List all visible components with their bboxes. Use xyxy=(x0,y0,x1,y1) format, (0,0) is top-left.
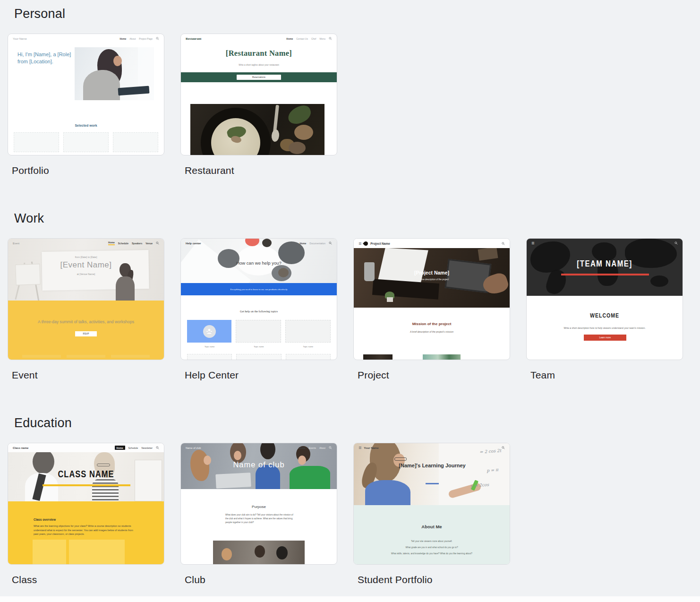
section-title-personal: Personal xyxy=(14,7,700,21)
portfolio-site-name: Your Name xyxy=(13,37,27,40)
event-yellow-section: A three-day summit of talks, activities,… xyxy=(8,301,164,360)
project-photo-strip xyxy=(363,354,393,360)
help-center-nav-home: Home xyxy=(299,242,306,245)
template-card-event[interactable]: Event Home Schedule Speakers Venue from … xyxy=(8,238,164,360)
event-mini-topbar: Event Home Schedule Speakers Venue xyxy=(8,239,164,248)
restaurant-mini-nav: Home Contact Us Chef Menu xyxy=(286,37,332,40)
team-mini-nav xyxy=(674,241,678,245)
club-nav-home: Home xyxy=(299,447,306,449)
restaurant-hero: [Restaurant Name] Write a short tagline … xyxy=(181,43,337,66)
class-mini-topbar: Class name Home Schedule Newsletter xyxy=(8,443,164,452)
team-description: Write a short description here to help v… xyxy=(536,327,673,329)
restaurant-nav-menu: Menu xyxy=(319,37,325,40)
tile-club: Name of club Home Events About Name of c… xyxy=(180,443,337,585)
restaurant-site-name: Restaurant xyxy=(186,37,201,41)
club-mini-nav: Home Events About xyxy=(299,446,332,449)
template-card-team[interactable]: ☰ [TEAM NAME] WELCOME Write a short desc… xyxy=(526,238,683,360)
section-title-education: Education xyxy=(14,416,700,430)
club-headline: Name of club xyxy=(181,460,337,469)
project-hero-text: [Project Name] A one-line description of… xyxy=(354,270,510,281)
row-personal: Your Name Home About Project Page Hi, I'… xyxy=(0,34,700,176)
event-nav-home: Home xyxy=(108,241,115,245)
portfolio-thumbnail: Your Name Home About Project Page Hi, I'… xyxy=(8,34,164,155)
event-nav-venue: Venue xyxy=(145,242,153,245)
student-portfolio-thumbnail: = 2 cos 2t p = π y = 2cos ☰ xyxy=(354,443,510,564)
class-headline: CLASS NAME xyxy=(8,470,164,479)
row-work: Event Home Schedule Speakers Venue from … xyxy=(0,238,700,381)
search-icon xyxy=(502,446,505,449)
page-bottom-strip xyxy=(0,596,700,602)
team-headline: [TEAM NAME] xyxy=(527,259,683,267)
class-nav-schedule: Schedule xyxy=(128,447,138,449)
event-placeholder-boxes xyxy=(22,355,150,358)
template-card-restaurant[interactable]: Restaurant Home Contact Us Chef Menu [Re… xyxy=(180,34,337,155)
search-icon xyxy=(329,241,332,245)
template-card-student-portfolio[interactable]: = 2 cos 2t p = π y = 2cos ☰ xyxy=(353,443,510,565)
student-portfolio-mini-nav xyxy=(502,446,505,449)
class-overview-heading: Class overview xyxy=(34,518,56,521)
portfolio-selected-work-heading: Selected work xyxy=(8,124,164,127)
restaurant-green-band: Reservations xyxy=(181,72,337,82)
about-line: Tell your site viewers more about yourse… xyxy=(359,540,505,542)
template-card-help-center[interactable]: Help center Home Documentation How can w… xyxy=(180,238,337,360)
student-portfolio-site-name: Your Name xyxy=(364,447,378,449)
topic-label: Topic name xyxy=(187,345,232,348)
template-label-event: Event xyxy=(12,370,164,381)
help-center-topic-labels: Topic name Topic name Topic name xyxy=(187,345,331,348)
restaurant-food-photo xyxy=(190,104,324,155)
event-rsvp-button: RSVP xyxy=(75,331,97,336)
event-hero-text: from [Date] to [Date] [Event Name] at [V… xyxy=(8,256,164,275)
help-center-nav-documentation: Documentation xyxy=(309,242,325,245)
restaurant-nav-chef: Chef xyxy=(311,37,316,40)
class-yellow-divider xyxy=(43,484,130,486)
student-portfolio-about-section: About Me Tell your site viewers more abo… xyxy=(354,505,510,564)
help-center-topics-heading: Get help on the following topics xyxy=(181,310,337,313)
restaurant-thumbnail: Restaurant Home Contact Us Chef Menu [Re… xyxy=(181,34,337,155)
template-card-class[interactable]: Class name Home Schedule Newsletter xyxy=(8,443,164,565)
class-mini-nav: Home Schedule Newsletter xyxy=(115,446,159,450)
tile-event: Event Home Schedule Speakers Venue from … xyxy=(8,238,164,381)
team-thumbnail: ☰ [TEAM NAME] WELCOME Write a short desc… xyxy=(527,239,683,360)
help-center-topic-card-filled xyxy=(187,320,231,343)
about-line: What grade are you in and what school do… xyxy=(359,546,505,549)
section-title-work: Work xyxy=(14,211,700,226)
class-yellow-section: Class overview What are the learning obj… xyxy=(8,501,164,564)
portfolio-nav-home: Home xyxy=(120,37,126,40)
tile-portfolio: Your Name Home About Project Page Hi, I'… xyxy=(8,34,164,176)
club-purpose-text: What does your club aim to do? Tell your… xyxy=(225,513,295,524)
portfolio-mini-nav: Home About Project Page xyxy=(120,37,159,40)
template-label-class: Class xyxy=(12,574,164,585)
search-icon xyxy=(329,37,332,40)
portfolio-placeholder-boxes xyxy=(14,132,158,152)
section-personal: Personal Your Name Home About Project Pa… xyxy=(0,7,700,176)
help-center-topic-card-empty xyxy=(236,320,281,343)
class-thumbnail: Class name Home Schedule Newsletter xyxy=(8,443,164,564)
help-center-headline: How can we help you? xyxy=(181,260,337,266)
student-portfolio-hero-image: = 2 cos 2t p = π y = 2cos xyxy=(354,443,510,505)
project-logo-icon xyxy=(363,241,369,247)
event-date-line: from [Date] to [Date] xyxy=(8,256,164,258)
restaurant-nav-contact-us: Contact Us xyxy=(296,37,308,40)
help-center-thumbnail: Help center Home Documentation How can w… xyxy=(181,239,337,360)
event-description: A three-day summit of talks, activities,… xyxy=(8,319,164,324)
restaurant-headline: [Restaurant Name] xyxy=(181,49,337,58)
class-placeholder-box xyxy=(69,540,125,564)
tile-help-center: Help center Home Documentation How can w… xyxy=(180,238,337,381)
template-card-portfolio[interactable]: Your Name Home About Project Page Hi, I'… xyxy=(8,34,164,155)
restaurant-mini-topbar: Restaurant Home Contact Us Chef Menu xyxy=(181,34,337,43)
project-photo-strip xyxy=(423,354,461,360)
project-mission-heading: Mission of the project xyxy=(354,322,510,326)
template-card-project[interactable]: ☰ Project Name xyxy=(353,238,510,360)
menu-icon: ☰ xyxy=(531,241,534,245)
event-mini-nav: Home Schedule Speakers Venue xyxy=(108,241,159,245)
person-icon xyxy=(206,328,213,335)
template-card-club[interactable]: Name of club Home Events About Name of c… xyxy=(180,443,337,565)
club-thumbnail: Name of club Home Events About Name of c… xyxy=(181,443,337,564)
portfolio-hero-image xyxy=(75,47,154,100)
topic-label: Topic name xyxy=(286,345,331,348)
portfolio-mini-topbar: Your Name Home About Project Page xyxy=(8,34,164,43)
help-center-topic-boxes xyxy=(187,320,331,343)
search-icon xyxy=(674,241,678,245)
tile-team: ☰ [TEAM NAME] WELCOME Write a short desc… xyxy=(526,238,683,381)
student-portfolio-mini-topbar: ☰ Your Name xyxy=(354,443,510,452)
